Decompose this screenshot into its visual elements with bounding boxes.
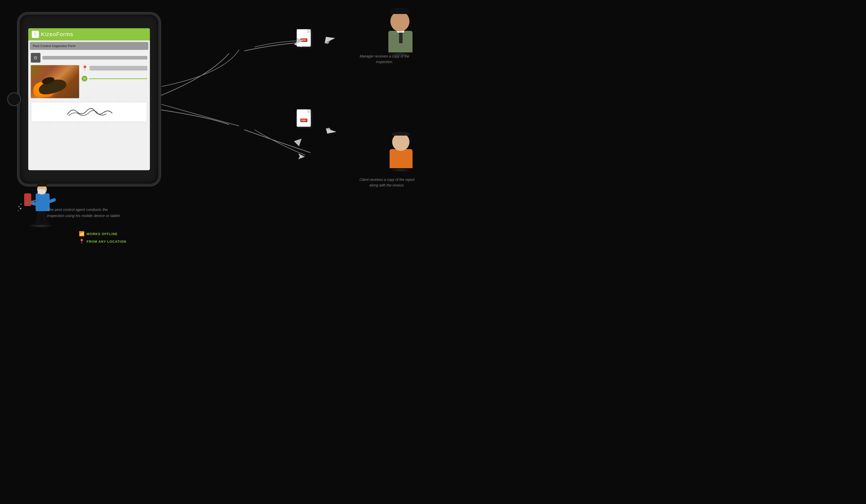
worker-description: The pest control agent conducts the insp… <box>47 206 123 219</box>
offline-item-location: 📍 FROM ANY LOCATION <box>79 239 126 244</box>
pen-icon: ✎ <box>84 77 86 80</box>
cockroach-image <box>31 65 79 98</box>
worker-figure <box>23 169 58 228</box>
slider-row: ✎ <box>82 76 148 81</box>
worker-mask <box>38 189 45 194</box>
slider-line <box>89 78 148 79</box>
upper-plane-svg <box>323 33 336 46</box>
manager-hair <box>390 8 410 14</box>
menu-icon: ☰ <box>34 33 37 36</box>
worker-shoe-right <box>42 222 49 225</box>
form-title-text: Pest Control Inspection Form <box>33 44 146 48</box>
wifi-off-icon: 📶 <box>79 231 85 237</box>
client-figure <box>383 125 421 172</box>
upper-paper-plane <box>323 33 336 47</box>
worker-hair <box>37 182 47 187</box>
kizeo-bold-text: Kizeo <box>41 31 56 37</box>
works-offline-section: 📶 WORKS OFFLINE 📍 FROM ANY LOCATION <box>79 231 126 244</box>
kizeo-light-text: Forms <box>56 31 73 37</box>
upper-pdf-doc: PDF <box>297 29 311 47</box>
kizeo-header: ☰ KizeoForms <box>28 28 150 41</box>
spray-2 <box>18 206 20 208</box>
client-body <box>390 149 412 168</box>
pin-icon: 📍 <box>82 65 88 71</box>
location-icon: 📍 <box>79 239 85 244</box>
image-location-row: 📍 ✎ <box>28 64 150 99</box>
tablet-camera <box>7 92 21 107</box>
photo-input-bar <box>43 56 148 59</box>
lower-pdf-icon: PDF <box>297 109 311 127</box>
offline-label: WORKS OFFLINE <box>87 232 118 236</box>
spray-3 <box>18 210 19 211</box>
offline-item-wifi: 📶 WORKS OFFLINE <box>79 231 126 237</box>
location-section: 📍 ✎ <box>82 65 148 98</box>
client-description: Client receives a copy of the report alo… <box>359 177 415 188</box>
tablet-outer: ☰ KizeoForms Pest Control Inspection For… <box>18 13 160 186</box>
location-row: 📍 <box>82 65 148 71</box>
upper-pdf-icon: PDF <box>297 29 311 47</box>
lower-paper-plane <box>325 125 337 138</box>
form-title-bar: Pest Control Inspection Form <box>30 42 148 50</box>
client-head <box>392 133 410 151</box>
signature-svg <box>31 102 147 122</box>
camera-icon: ⊙ <box>34 55 37 60</box>
camera-icon-box: ⊙ <box>31 53 41 63</box>
lower-plane-svg <box>325 125 337 137</box>
slider-icon: ✎ <box>82 76 87 81</box>
upper-pdf-label: PDF <box>300 38 308 42</box>
lower-pdf-label: PDF <box>300 119 308 122</box>
svg-marker-4 <box>326 128 336 134</box>
photo-row: ⊙ <box>28 52 150 64</box>
manager-head <box>390 11 410 32</box>
svg-marker-1 <box>294 139 302 146</box>
signature-area <box>31 102 148 122</box>
svg-marker-2 <box>325 37 335 43</box>
lower-pdf-doc: PDF <box>297 109 311 127</box>
manager-figure <box>381 5 421 56</box>
tablet-screen: ☰ KizeoForms Pest Control Inspection For… <box>28 28 150 170</box>
kizeo-title: KizeoForms <box>41 31 73 38</box>
worker-shoe-left <box>34 222 42 225</box>
spray-1 <box>20 208 21 209</box>
location-bar <box>90 66 148 70</box>
client-hair <box>392 132 410 136</box>
kizeo-logo-icon: ☰ <box>32 31 39 38</box>
client-shadow <box>390 168 412 172</box>
svg-marker-7 <box>298 154 305 159</box>
manager-description: Manager receives a copy of the inspectio… <box>356 54 412 65</box>
spray-4 <box>20 203 22 205</box>
sprayer-tank <box>24 193 31 206</box>
location-label: FROM ANY LOCATION <box>87 240 126 244</box>
tablet-device: ☰ KizeoForms Pest Control Inspection For… <box>18 13 160 186</box>
